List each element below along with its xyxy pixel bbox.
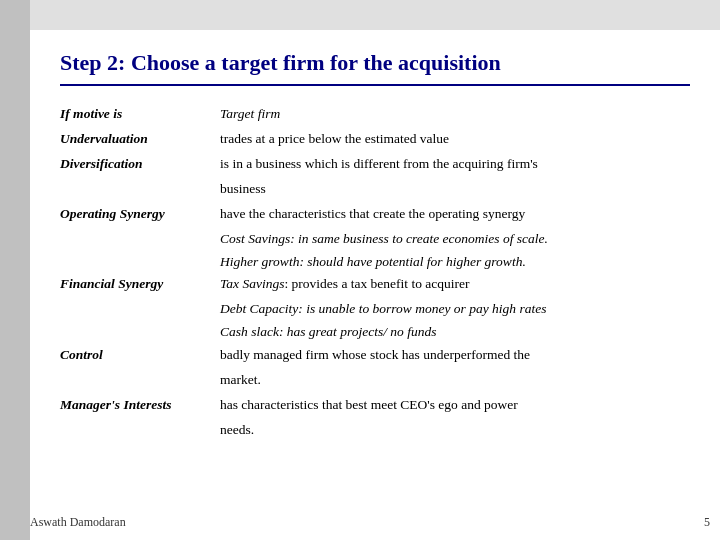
operating-synergy-label: Operating Synergy: [60, 204, 220, 225]
debt-capacity-text: : is unable to borrow money or pay high …: [298, 301, 546, 316]
left-accent-bar: [0, 0, 30, 540]
main-content: Step 2: Choose a target firm for the acq…: [30, 30, 720, 540]
control-value: badly managed firm whose stock has under…: [220, 345, 690, 366]
debt-capacity-row: Debt Capacity: is unable to borrow money…: [220, 299, 690, 320]
cash-slack-label: Cash slack: [220, 324, 279, 339]
control-indent-text: market.: [220, 370, 690, 391]
financial-synergy-label: Financial Synergy: [60, 274, 220, 295]
managers-value: has characteristics that best meet CEO's…: [220, 395, 690, 416]
undervaluation-row: Undervaluation trades at a price below t…: [60, 129, 690, 150]
operating-synergy-row: Operating Synergy have the characteristi…: [60, 204, 690, 225]
control-indent-spacer: [60, 370, 220, 391]
control-row: Control badly managed firm whose stock h…: [60, 345, 690, 366]
undervaluation-label: Undervaluation: [60, 129, 220, 150]
header-target-label: Target firm: [220, 104, 690, 125]
operating-synergy-value: have the characteristics that create the…: [220, 204, 690, 225]
higher-growth-row: Higher growth: should have potential for…: [220, 252, 690, 273]
footer-author: Aswath Damodaran: [30, 515, 126, 530]
debt-capacity-label: Debt Capacity: [220, 301, 298, 316]
cash-slack-row: Cash slack: has great projects/ no funds: [220, 322, 690, 343]
diversification-value: is in a business which is different from…: [220, 154, 690, 175]
business-row: business: [60, 179, 690, 200]
tax-savings-label: Tax Savings: [220, 276, 284, 291]
cost-savings-row: Cost Savings: in same business to create…: [220, 229, 690, 250]
page: Step 2: Choose a target firm for the acq…: [0, 0, 720, 540]
header-row: If motive is Target firm: [60, 104, 690, 125]
top-bar: [30, 0, 720, 30]
cash-slack-text: : has great projects/ no funds: [279, 324, 437, 339]
control-label: Control: [60, 345, 220, 366]
slide-number: 5: [704, 515, 710, 530]
diversification-label: Diversification: [60, 154, 220, 175]
business-label: [60, 179, 220, 200]
higher-growth-label: Higher growth: [220, 254, 299, 269]
managers-indent-row: needs.: [60, 420, 690, 441]
control-indent-row: market.: [60, 370, 690, 391]
managers-label: Manager's Interests: [60, 395, 220, 416]
business-value: business: [220, 179, 690, 200]
footer: Aswath Damodaran 5: [30, 515, 710, 530]
body-text: If motive is Target firm Undervaluation …: [60, 104, 690, 441]
diversification-row: Diversification is in a business which i…: [60, 154, 690, 175]
cost-savings-label: Cost Savings: [220, 231, 290, 246]
financial-synergy-row: Financial Synergy Tax Savings: provides …: [60, 274, 690, 295]
slide-title: Step 2: Choose a target firm for the acq…: [60, 50, 690, 86]
tax-savings-rest: : provides a tax benefit to acquirer: [284, 276, 469, 291]
higher-growth-text: : should have potential for higher growt…: [299, 254, 525, 269]
cost-savings-text: : in same business to create economies o…: [290, 231, 548, 246]
undervaluation-value: trades at a price below the estimated va…: [220, 129, 690, 150]
managers-indent-spacer: [60, 420, 220, 441]
managers-indent-text: needs.: [220, 420, 690, 441]
managers-row: Manager's Interests has characteristics …: [60, 395, 690, 416]
financial-synergy-value: Tax Savings: provides a tax benefit to a…: [220, 274, 690, 295]
header-motive-label: If motive is: [60, 104, 220, 125]
